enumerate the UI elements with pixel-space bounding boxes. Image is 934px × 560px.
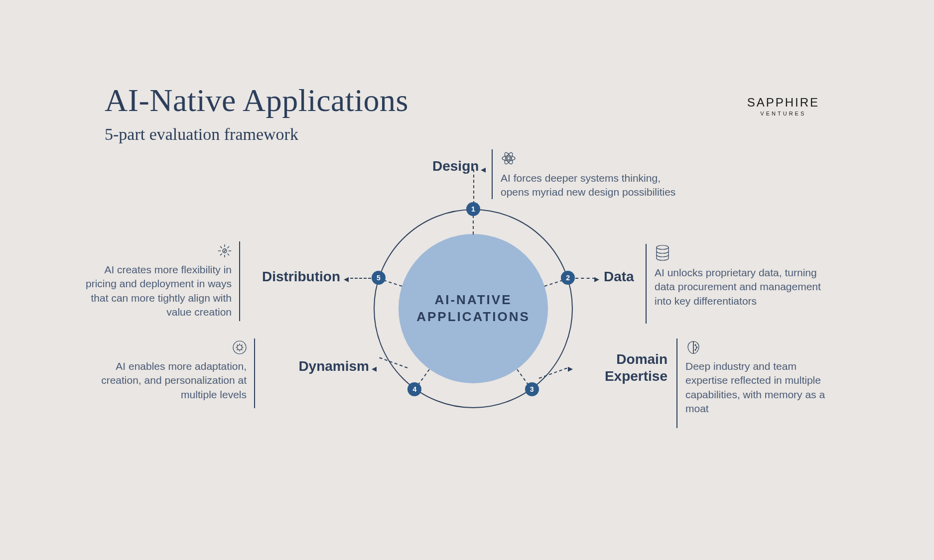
node-2: 2 [561, 271, 575, 285]
bracket-domain: ▸ [568, 362, 573, 374]
svg-point-4 [657, 245, 668, 249]
bracket-distribution: ◂ [344, 273, 349, 285]
label-data: Data [604, 269, 634, 285]
node-4: 4 [407, 382, 421, 396]
sparkle-icon [217, 243, 233, 259]
svg-line-17 [220, 246, 222, 248]
logo-main: SAPPHIRE [747, 96, 819, 110]
desc-distribution: AI creates more flexibility in pricing a… [85, 263, 232, 319]
logo-sub: VENTURES [747, 111, 819, 116]
inner-circle: AI-NATIVE APPLICATIONS [399, 234, 548, 383]
svg-line-19 [228, 246, 230, 248]
page-subtitle: 5-part evaluation framework [105, 125, 408, 144]
desc-dynamism: AI enables more adaptation, creation, an… [85, 359, 247, 402]
desc-design: AI forces deeper systems thinking, opens… [501, 171, 680, 200]
svg-point-10 [233, 341, 246, 354]
label-dynamism: Dynamism [262, 358, 369, 374]
brain-icon [685, 339, 701, 355]
connector-2 [575, 278, 595, 279]
label-design: Design [432, 158, 477, 174]
node-3: 3 [525, 382, 539, 396]
center-line-2: APPLICATIONS [416, 309, 530, 324]
svg-line-9 [695, 347, 697, 350]
label-domain: Domain Expertise [578, 351, 667, 384]
center-label: AI-NATIVE APPLICATIONS [416, 292, 530, 326]
divider-data [646, 244, 647, 324]
connector-5 [350, 278, 371, 279]
bracket-dynamism: ◂ [372, 362, 377, 374]
connector-1 [473, 169, 513, 204]
atom-icon [501, 150, 517, 166]
logo: SAPPHIRE VENTURES [747, 96, 819, 116]
header: AI-Native Applications 5-part evaluation… [105, 82, 408, 144]
radial-diagram: AI-NATIVE APPLICATIONS 1 2 3 4 5 [374, 209, 573, 408]
bracket-data: ▸ [594, 273, 599, 285]
center-line-1: AI-NATIVE [434, 292, 512, 307]
desc-domain: Deep industry and team expertise reflect… [685, 359, 840, 416]
desc-data: AI unlocks proprietary data, turning dat… [655, 266, 824, 308]
svg-line-18 [228, 254, 230, 256]
page-title: AI-Native Applications [105, 82, 408, 119]
gear-icon [232, 339, 248, 355]
node-5: 5 [372, 271, 386, 285]
svg-line-8 [695, 345, 697, 347]
divider-distribution [239, 241, 240, 321]
divider-domain [676, 338, 677, 428]
divider-dynamism [254, 338, 255, 408]
svg-point-3 [507, 157, 510, 160]
label-distribution: Distribution [248, 269, 340, 285]
node-1: 1 [466, 202, 480, 216]
svg-line-20 [220, 254, 222, 256]
database-icon [655, 245, 670, 261]
